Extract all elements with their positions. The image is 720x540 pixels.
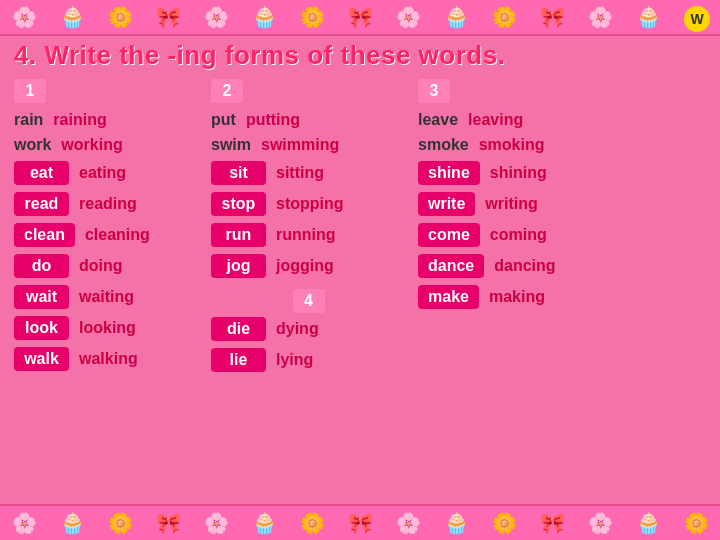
bot-deco-2: 🧁	[60, 511, 85, 535]
col3-label: 3	[418, 79, 450, 103]
ing-shining: shining	[490, 164, 547, 182]
word-stop: stop	[211, 192, 266, 216]
deco-icon-1: 🌸	[12, 5, 37, 29]
row-dance: dance dancing	[418, 254, 633, 278]
bot-deco-15: 🌼	[684, 511, 709, 535]
row-lie: lie lying	[211, 348, 406, 372]
deco-icon-3: 🌼	[108, 5, 133, 29]
bottom-border: 🌸 🧁 🌼 🎀 🌸 🧁 🌼 🎀 🌸 🧁 🌼 🎀 🌸 🧁 🌼	[0, 504, 720, 540]
bot-deco-8: 🎀	[348, 511, 373, 535]
row-look: look looking	[14, 316, 199, 340]
word-do: do	[14, 254, 69, 278]
row-read: read reading	[14, 192, 199, 216]
main-content: 4. Write the -ing forms of these words. …	[0, 36, 720, 383]
word-lie: lie	[211, 348, 266, 372]
ing-working: working	[61, 136, 122, 154]
ing-lying: lying	[276, 351, 313, 369]
deco-icon-8: 🎀	[348, 5, 373, 29]
word-put: put	[211, 111, 236, 129]
word-write: write	[418, 192, 475, 216]
word-leave: leave	[418, 111, 458, 129]
row-put: put putting	[211, 111, 406, 129]
row-stop: stop stopping	[211, 192, 406, 216]
ing-leaving: leaving	[468, 111, 523, 129]
column-1: 1 rain raining work working eat eating r…	[14, 79, 199, 379]
ing-putting: putting	[246, 111, 300, 129]
ing-sitting: sitting	[276, 164, 324, 182]
row-do: do doing	[14, 254, 199, 278]
row-write: write writing	[418, 192, 633, 216]
ing-swimming: swimming	[261, 136, 339, 154]
ing-making: making	[489, 288, 545, 306]
word-clean: clean	[14, 223, 75, 247]
bot-deco-12: 🎀	[540, 511, 565, 535]
row-rain: rain raining	[14, 111, 199, 129]
word-shine: shine	[418, 161, 480, 185]
page-title: 4. Write the -ing forms of these words.	[14, 40, 706, 71]
columns-row: 1 rain raining work working eat eating r…	[14, 79, 706, 379]
bot-deco-6: 🧁	[252, 511, 277, 535]
bot-deco-14: 🧁	[636, 511, 661, 535]
row-die: die dying	[211, 317, 406, 341]
ing-dancing: dancing	[494, 257, 555, 275]
ing-walking: walking	[79, 350, 138, 368]
word-wait: wait	[14, 285, 69, 309]
bot-deco-7: 🌼	[300, 511, 325, 535]
w-badge: W	[684, 6, 710, 32]
ing-writing: writing	[485, 195, 537, 213]
ing-cleaning: cleaning	[85, 226, 150, 244]
ing-smoking: smoking	[479, 136, 545, 154]
word-jog: jog	[211, 254, 266, 278]
deco-icon-9: 🌸	[396, 5, 421, 29]
word-swim: swim	[211, 136, 251, 154]
ing-reading: reading	[79, 195, 137, 213]
word-work: work	[14, 136, 51, 154]
ing-waiting: waiting	[79, 288, 134, 306]
column-3: 3 leave leaving smoke smoking shine shin…	[418, 79, 633, 379]
bot-deco-11: 🌼	[492, 511, 517, 535]
word-dance: dance	[418, 254, 484, 278]
bot-deco-5: 🌸	[204, 511, 229, 535]
ing-doing: doing	[79, 257, 123, 275]
bot-deco-1: 🌸	[12, 511, 37, 535]
top-border: 🌸 🧁 🌼 🎀 🌸 🧁 🌼 🎀 🌸 🧁 🌼 🎀 🌸 🧁 🌼	[0, 0, 720, 36]
deco-icon-6: 🧁	[252, 5, 277, 29]
ing-raining: raining	[53, 111, 106, 129]
deco-icon-7: 🌼	[300, 5, 325, 29]
ing-looking: looking	[79, 319, 136, 337]
deco-icon-14: 🧁	[636, 5, 661, 29]
deco-icon-2: 🧁	[60, 5, 85, 29]
bot-deco-3: 🌼	[108, 511, 133, 535]
word-come: come	[418, 223, 480, 247]
word-read: read	[14, 192, 69, 216]
ing-eating: eating	[79, 164, 126, 182]
bot-deco-13: 🌸	[588, 511, 613, 535]
word-walk: walk	[14, 347, 69, 371]
row-run: run running	[211, 223, 406, 247]
word-run: run	[211, 223, 266, 247]
deco-icon-10: 🧁	[444, 5, 469, 29]
word-die: die	[211, 317, 266, 341]
bot-deco-9: 🌸	[396, 511, 421, 535]
sec4-badge: 4	[293, 289, 325, 313]
row-jog: jog jogging	[211, 254, 406, 278]
deco-icon-4: 🎀	[156, 5, 181, 29]
word-smoke: smoke	[418, 136, 469, 154]
ing-stopping: stopping	[276, 195, 344, 213]
row-clean: clean cleaning	[14, 223, 199, 247]
row-walk: walk walking	[14, 347, 199, 371]
deco-icon-5: 🌸	[204, 5, 229, 29]
row-make: make making	[418, 285, 633, 309]
col1-label: 1	[14, 79, 46, 103]
row-wait: wait waiting	[14, 285, 199, 309]
row-smoke: smoke smoking	[418, 136, 633, 154]
ing-coming: coming	[490, 226, 547, 244]
row-come: come coming	[418, 223, 633, 247]
deco-icon-11: 🌼	[492, 5, 517, 29]
deco-icon-13: 🌸	[588, 5, 613, 29]
bot-deco-10: 🧁	[444, 511, 469, 535]
word-look: look	[14, 316, 69, 340]
ing-running: running	[276, 226, 336, 244]
word-rain: rain	[14, 111, 43, 129]
deco-icon-12: 🎀	[540, 5, 565, 29]
